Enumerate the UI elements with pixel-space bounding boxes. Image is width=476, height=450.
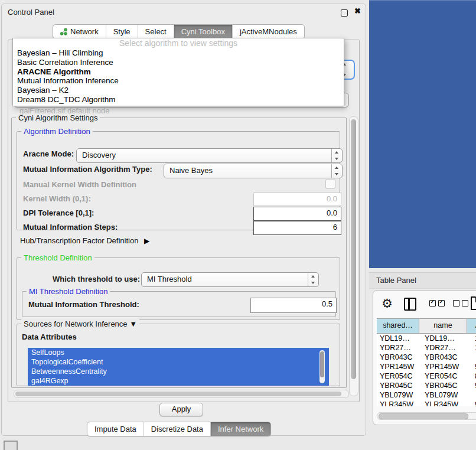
tab-style[interactable]: Style — [106, 25, 138, 38]
tab-label: Infer Network — [218, 423, 263, 435]
algorithm-option-bayesian-hill-climbing[interactable]: Bayesian – Hill Climbing — [13, 48, 344, 58]
aracne-mode-combo[interactable]: Discovery — [76, 148, 343, 163]
table-cell: YBR043C — [422, 353, 472, 362]
tab-network[interactable]: Network — [53, 25, 106, 38]
new-table-icon[interactable] — [471, 296, 476, 310]
mi-type-label: Mutual Information Algorithm Type: — [23, 165, 152, 174]
algorithm-option-aracne-algorithm[interactable]: ARACNE Algorithm — [13, 67, 344, 77]
table-row[interactable]: YER054CYER054C8. — [377, 371, 476, 381]
attribute-item-topologicalcoefficient[interactable]: TopologicalCoefficient — [28, 357, 329, 367]
table-panel-title: Table Panel — [369, 272, 476, 289]
tab-jactivemnodules[interactable]: jActiveMNodules — [232, 25, 304, 38]
algorithm-option-mutual-information-inference[interactable]: Mutual Information Inference — [13, 76, 344, 86]
table-cell: YPR145W — [377, 362, 422, 371]
sources-title: Sources for Network Inference — [24, 319, 128, 328]
manual-kernel-checkbox[interactable] — [325, 179, 335, 189]
table-cell: YDR27… — [377, 343, 422, 353]
settings-vertical-scrollbar — [349, 116, 358, 396]
table-cell: YER054C — [377, 371, 422, 381]
node-table: shared…nameA YDL19…YDL19…13YDR27…YDR27…1… — [377, 318, 476, 406]
columns-icon[interactable] — [404, 298, 416, 311]
algorithm-option-bayesian-k2[interactable]: Bayesian – K2 — [13, 86, 344, 95]
tab-label: Impute Data — [94, 423, 136, 435]
control-panel-tabbar: NetworkStyleSelectCyni ToolboxjActiveMNo… — [53, 24, 305, 39]
apply-button[interactable]: Apply — [159, 403, 203, 416]
tab-label: Discretize Data — [151, 423, 203, 435]
hub-tf-definition-label: Hub/Transcription Factor Definition — [20, 236, 138, 245]
group-title: Algorithm Definition — [21, 127, 93, 136]
tab-label: Cyni Toolbox — [181, 25, 225, 38]
table-cell: YLR345W — [377, 400, 422, 406]
table-cell — [472, 353, 476, 362]
algorithm-dropdown-items: Bayesian – Hill ClimbingBasic Correlatio… — [13, 48, 344, 105]
table-row[interactable]: YDL19…YDL19…13 — [377, 334, 476, 343]
tab-select[interactable]: Select — [138, 25, 174, 38]
attribute-item-gal4rgexp[interactable]: gal4RGexp — [28, 376, 329, 386]
table-row[interactable]: YBR045CYBR045C9. — [377, 381, 476, 390]
which-threshold-combo[interactable]: MI Threshold — [141, 272, 319, 287]
table-toolbar: ⚙ — [373, 291, 476, 318]
mi-type-combo[interactable]: Naive Bayes — [164, 164, 343, 178]
table-cell: YDR27… — [422, 343, 472, 353]
data-attributes-list: SelfLoopsTopologicalCoefficientBetweenne… — [28, 348, 329, 386]
table-row[interactable]: YBL079WYBL079W — [377, 390, 476, 400]
column-header-a[interactable]: A — [467, 319, 476, 333]
table-cell: YBR045C — [422, 381, 472, 390]
algorithm-dropdown-placeholder: Select algorithm to view settings — [13, 38, 344, 48]
hub-tf-definition-toggle[interactable]: Hub/Transcription Factor Definition ▶ — [20, 236, 149, 245]
group-title: Threshold Definition — [21, 253, 94, 262]
mi-threshold-field[interactable]: 0.5 — [250, 298, 337, 313]
tab-discretize-data[interactable]: Discretize Data — [144, 422, 210, 436]
tab-impute-data[interactable]: Impute Data — [87, 422, 144, 436]
attribute-item-selfloops[interactable]: SelfLoops — [28, 348, 329, 357]
algorithm-option-basic-correlation-inference[interactable]: Basic Correlation Inference — [13, 58, 344, 67]
table-cell: YPR145W — [422, 362, 472, 371]
scrollbar-thumb[interactable] — [351, 119, 356, 379]
mi-threshold-label: Mutual Information Threshold: — [28, 300, 139, 309]
expanded-arrow-icon[interactable]: ▼ — [129, 319, 137, 328]
cyni-bottom-tabbar: Impute DataDiscretize DataInfer Network — [87, 422, 271, 436]
screen: Control Panel ✖ NetworkStyleSelectCyni T… — [0, 0, 476, 450]
tab-infer-network[interactable]: Infer Network — [210, 422, 270, 436]
control-panel-title: Control Panel — [8, 8, 54, 17]
kernel-width-field[interactable]: 0.0 — [253, 193, 341, 206]
table-header-row: shared…nameA — [377, 318, 476, 334]
table-cell — [472, 390, 476, 400]
stepper-arrows-icon — [331, 164, 342, 178]
tab-cyni-toolbox[interactable]: Cyni Toolbox — [174, 25, 232, 38]
float-window-icon[interactable] — [341, 9, 348, 17]
close-icon[interactable]: ✖ — [354, 6, 361, 15]
table-rows: YDL19…YDL19…13YDR27…YDR27…12YBR043CYBR04… — [377, 334, 476, 406]
dpi-tolerance-field[interactable]: 0.0 — [253, 207, 341, 221]
tab-label: Select — [145, 25, 167, 38]
deselect-all-columns-icon[interactable] — [453, 300, 468, 306]
unchecked-box-icon — [453, 300, 459, 306]
scrollbar-thumb[interactable] — [15, 392, 341, 396]
attribute-item-betweennesscentrality[interactable]: BetweennessCentrality — [28, 367, 329, 376]
tab-label: Network — [70, 25, 99, 38]
mi-steps-field[interactable]: 6 — [253, 221, 341, 235]
table-row[interactable]: YLR345WYLR345W9. — [377, 400, 476, 406]
stepper-arrows-icon — [331, 149, 342, 162]
table-row[interactable]: YBR043CYBR043C — [377, 353, 476, 362]
table-cell: YBR043C — [377, 353, 422, 362]
scrollbar-thumb[interactable] — [379, 413, 468, 419]
scrollbar-thumb[interactable] — [320, 351, 324, 377]
network-icon — [60, 28, 67, 35]
column-header-name[interactable]: name — [419, 319, 467, 333]
algorithm-option-dream8-dc-tdc-algorithm[interactable]: Dream8 DC_TDC Algorithm — [13, 95, 344, 105]
unchecked-box-icon — [462, 300, 468, 306]
table-cell: 9. — [472, 381, 476, 390]
table-selector-value: galFiltered.sif default node — [19, 106, 109, 115]
table-row[interactable]: YPR145WYPR145W9. — [377, 362, 476, 371]
minimized-panel-icon[interactable] — [4, 441, 18, 450]
gear-icon[interactable]: ⚙ — [382, 296, 393, 311]
mi-threshold-definition-group: MI Threshold Definition Mutual Informati… — [22, 291, 336, 317]
which-threshold-label: Which threshold to use: — [53, 275, 140, 283]
select-all-columns-icon[interactable] — [429, 300, 445, 306]
table-row[interactable]: YDR27…YDR27…12 — [377, 343, 476, 353]
which-threshold-value: MI Threshold — [147, 275, 192, 283]
checked-box-icon — [429, 300, 436, 306]
attributes-list-scrollbar — [319, 350, 325, 383]
column-header-shared[interactable]: shared… — [377, 319, 419, 333]
